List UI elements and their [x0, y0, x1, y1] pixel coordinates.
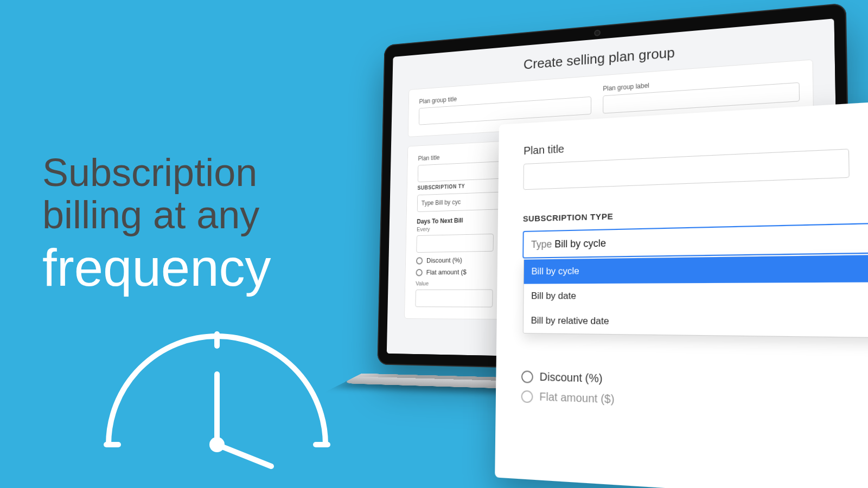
subscription-type-combobox[interactable]: Type Bill by cycle Bill by cycle Bill by… — [522, 220, 868, 259]
plan-title-input-bg[interactable] — [418, 161, 505, 182]
dropdown-option-bill-by-date[interactable]: Bill by date — [524, 281, 868, 310]
dropdown-option-bill-by-cycle[interactable]: Bill by cycle — [524, 253, 868, 284]
hero-line2: billing at any — [42, 194, 271, 236]
svg-point-5 — [209, 437, 225, 452]
plan-group-label-label: Plan group label — [603, 71, 799, 93]
plan-title-label-bg: Plan title — [418, 151, 504, 162]
svg-line-4 — [217, 445, 271, 466]
radio-icon — [521, 370, 533, 383]
clock-icon — [76, 304, 358, 488]
flat-amount-radio[interactable]: Flat amount ($) — [521, 390, 868, 420]
combobox-text: Type Bill by cycle — [531, 237, 606, 251]
hero-line1: Subscription — [42, 152, 271, 194]
plan-detail-panel: Plan title Plan label SUBSCRIPTION TYPE … — [495, 93, 868, 488]
subscription-type-dropdown: Bill by cycle Bill by date Bill by relat… — [523, 253, 868, 339]
hero-line3: frequency — [42, 240, 271, 296]
value-input-bg[interactable] — [415, 290, 493, 307]
radio-icon — [521, 390, 533, 403]
radio-icon — [416, 257, 423, 264]
hero-headline: Subscription billing at any frequency — [42, 152, 271, 296]
dropdown-option-bill-by-relative-date[interactable]: Bill by relative date — [524, 309, 868, 339]
every-input-bg[interactable] — [416, 234, 494, 253]
laptop-mock: Create selling plan group Plan group tit… — [320, 22, 835, 488]
subscription-type-section-label: SUBSCRIPTION TYPE — [523, 200, 868, 223]
subscription-type-select-bg[interactable]: Type Bill by cyc — [417, 191, 504, 212]
radio-icon — [416, 269, 422, 276]
